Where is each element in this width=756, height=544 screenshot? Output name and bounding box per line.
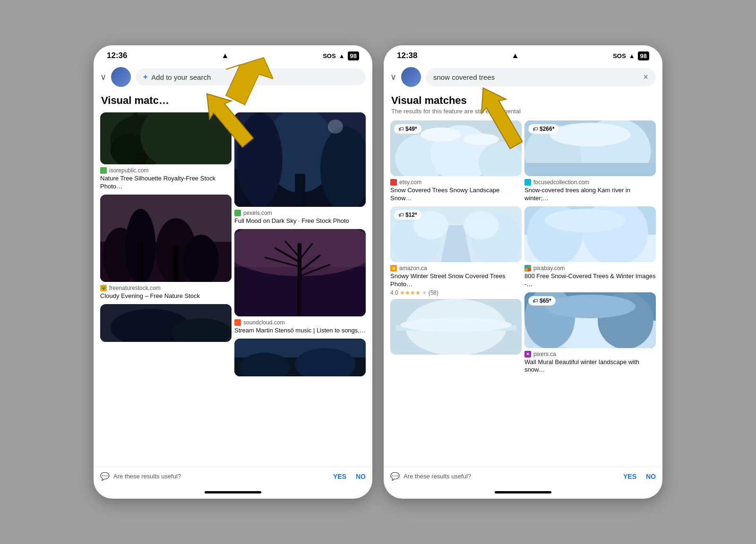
- right-home-bar: [384, 485, 662, 499]
- right-col-1: 🏷 $266* focusedcollection.com Snow-cover…: [524, 120, 656, 463]
- right-label-1-0: focusedcollection.com Snow-covered trees…: [524, 176, 656, 203]
- card-title: 800 Free Snow-Covered Trees & Winter Ima…: [524, 272, 656, 289]
- source-name: pixers.ca: [533, 351, 556, 357]
- left-plus-icon: +: [143, 73, 147, 81]
- list-item[interactable]: 🏷 $65* ✕ pixers.ca Wall Mural Beautiful …: [524, 292, 656, 375]
- right-section-header: Visual matches The results for this feat…: [384, 91, 662, 117]
- svg-rect-66: [525, 265, 528, 268]
- source-favicon: [390, 179, 397, 186]
- right-time: 12:38: [397, 51, 417, 60]
- svg-rect-13: [138, 242, 143, 282]
- list-item[interactable]: pexels.com Full Mood on Dark Sky · Free …: [234, 112, 366, 226]
- right-img-1-1[interactable]: [524, 206, 656, 262]
- left-col-0: isorepublic.com Nature Tree Silhouette R…: [100, 112, 232, 463]
- right-yes-button[interactable]: YES: [623, 473, 636, 480]
- left-footer-icon: 💬: [100, 472, 110, 481]
- snow-decoration: [524, 206, 656, 262]
- list-item[interactable]: [390, 299, 522, 355]
- right-footer: 💬 Are these results useful? YES NO: [384, 467, 662, 485]
- list-item[interactable]: 🌳 freenaturestock.com Cloudy Evening – F…: [100, 195, 232, 301]
- tree-decoration: [234, 339, 366, 376]
- right-img-0-0[interactable]: 🏷 $49*: [390, 120, 522, 176]
- card-title: Full Mood on Dark Sky · Free Stock Photo: [234, 217, 366, 225]
- source-favicon: [524, 265, 531, 272]
- source-favicon: [524, 179, 531, 186]
- right-img-0-2[interactable]: [390, 299, 522, 355]
- tree-decoration: [234, 229, 366, 316]
- svg-rect-14: [173, 246, 179, 282]
- left-panel: 12:36 ▲ SOS ▲ 98 ∨ + Add to your search: [94, 45, 372, 499]
- svg-point-45: [464, 134, 499, 145]
- right-img-1-0[interactable]: 🏷 $266*: [524, 120, 656, 176]
- right-close-chip-button[interactable]: ×: [643, 72, 648, 82]
- list-item[interactable]: 🏷 $12* a amazon.ca Snowy Winter Street S…: [390, 206, 522, 296]
- right-label-0-0: etsy.com Snow Covered Trees Snowy Landsc…: [390, 176, 522, 203]
- left-battery: 98: [348, 51, 359, 60]
- left-results-grid: isorepublic.com Nature Tree Silhouette R…: [94, 109, 372, 467]
- right-label-0-1: a amazon.ca Snowy Winter Street Snow Cov…: [390, 262, 522, 296]
- tree-decoration: [234, 112, 366, 207]
- left-home-bar: [94, 485, 372, 499]
- left-search-input[interactable]: + Add to your search: [136, 68, 366, 85]
- list-item[interactable]: [234, 339, 366, 376]
- review-count: (58): [429, 289, 438, 296]
- list-item[interactable]: 🏷 $49* etsy.com Snow Covered Trees Snowy…: [390, 120, 522, 204]
- list-item[interactable]: soundcloud.com Stream Martin Stensö musi…: [234, 229, 366, 336]
- right-section-title: Visual matches: [391, 94, 655, 107]
- star-empty: ★: [422, 289, 427, 296]
- source-favicon: [234, 319, 241, 326]
- left-footer-text: Are these results useful?: [113, 473, 329, 480]
- source-favicon: [100, 167, 107, 174]
- left-img-0-2[interactable]: [100, 304, 232, 342]
- list-item[interactable]: 🏷 $266* focusedcollection.com Snow-cover…: [524, 120, 656, 204]
- right-status-bar: 12:38 ▲ SOS ▲ 98: [384, 45, 662, 63]
- card-title: Nature Tree Silhouette Royalty-Free Stoc…: [100, 175, 232, 191]
- list-item[interactable]: pixabay.com 800 Free Snow-Covered Trees …: [524, 206, 656, 289]
- list-item[interactable]: [100, 304, 232, 342]
- left-img-1-2[interactable]: [234, 339, 366, 376]
- svg-point-55: [400, 318, 511, 332]
- rating-row: 4.0 ★★★★ ★ (58): [390, 289, 522, 296]
- card-title: Snowy Winter Street Snow Covered Trees P…: [390, 272, 522, 289]
- rating-value: 4.0: [390, 289, 398, 296]
- right-results-grid: 🏷 $49* etsy.com Snow Covered Trees Snowy…: [384, 117, 662, 467]
- source-favicon: [234, 210, 241, 216]
- tree-decoration: [100, 195, 232, 282]
- right-img-1-2[interactable]: 🏷 $65*: [524, 292, 656, 348]
- source-name: pexels.com: [243, 210, 272, 216]
- svg-rect-28: [298, 243, 302, 316]
- price-badge-0-1: 🏷 $12*: [394, 210, 421, 220]
- svg-rect-69: [528, 268, 531, 271]
- left-no-button[interactable]: NO: [356, 473, 366, 480]
- left-avatar[interactable]: [111, 67, 131, 87]
- left-img-0-1[interactable]: [100, 195, 232, 282]
- right-back-button[interactable]: ∨: [390, 72, 396, 82]
- right-home-indicator: [495, 491, 551, 493]
- right-avatar[interactable]: [401, 67, 421, 87]
- svg-rect-60: [524, 163, 656, 176]
- left-img-0-0[interactable]: [100, 112, 232, 164]
- right-status-icons: SOS ▲ 98: [613, 51, 649, 60]
- source-name: isorepublic.com: [109, 167, 148, 174]
- left-label-0-1: 🌳 freenaturestock.com Cloudy Evening – F…: [100, 282, 232, 300]
- left-img-1-0[interactable]: [234, 112, 366, 207]
- left-img-1-1[interactable]: [234, 229, 366, 316]
- right-col-0: 🏷 $49* etsy.com Snow Covered Trees Snowy…: [390, 120, 522, 463]
- left-back-button[interactable]: ∨: [100, 72, 106, 82]
- right-no-button[interactable]: NO: [646, 473, 656, 480]
- left-location-icon: ▲: [221, 51, 229, 60]
- right-section-subtitle: The results for this feature are still e…: [391, 108, 655, 115]
- svg-point-44: [421, 128, 461, 142]
- card-title: Snow Covered Trees Snowy Landscape Snow…: [390, 187, 522, 203]
- right-img-0-1[interactable]: 🏷 $12*: [390, 206, 522, 262]
- right-search-input[interactable]: snow covered trees ×: [426, 68, 656, 86]
- left-section-title: Visual matc…: [101, 94, 365, 107]
- card-title: Stream Martin Stensö music | Listen to s…: [234, 327, 366, 335]
- svg-rect-5: [136, 153, 146, 164]
- right-label-1-1: pixabay.com 800 Free Snow-Covered Trees …: [524, 262, 656, 289]
- left-yes-button[interactable]: YES: [333, 473, 346, 480]
- svg-rect-6: [133, 112, 137, 136]
- svg-point-59: [550, 123, 630, 146]
- list-item[interactable]: isorepublic.com Nature Tree Silhouette R…: [100, 112, 232, 192]
- svg-point-51: [464, 211, 499, 239]
